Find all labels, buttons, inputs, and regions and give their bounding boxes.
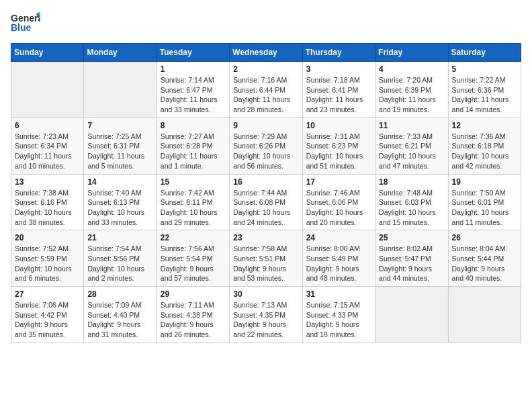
calendar-week-row: 20Sunrise: 7:52 AM Sunset: 5:59 PM Dayli… [11, 230, 521, 287]
day-detail: Sunrise: 7:15 AM Sunset: 4:33 PM Dayligh… [306, 300, 371, 340]
calendar-cell: 9Sunrise: 7:29 AM Sunset: 6:26 PM Daylig… [230, 118, 302, 174]
day-number: 28 [87, 289, 152, 299]
calendar-cell: 27Sunrise: 7:06 AM Sunset: 4:42 PM Dayli… [11, 287, 84, 343]
calendar-cell: 2Sunrise: 7:16 AM Sunset: 6:44 PM Daylig… [230, 62, 302, 118]
day-detail: Sunrise: 7:29 AM Sunset: 6:26 PM Dayligh… [233, 132, 298, 171]
day-number: 16 [233, 177, 298, 187]
calendar-week-row: 6Sunrise: 7:23 AM Sunset: 6:34 PM Daylig… [11, 118, 521, 174]
calendar-cell [375, 287, 448, 343]
page-header: General Blue [11, 11, 521, 35]
day-number: 23 [233, 233, 298, 242]
weekday-header-sunday: Sunday [11, 44, 84, 62]
weekday-header-friday: Friday [375, 44, 448, 62]
day-number: 14 [87, 177, 152, 187]
calendar-cell: 23Sunrise: 7:58 AM Sunset: 5:51 PM Dayli… [230, 230, 302, 287]
calendar-cell: 3Sunrise: 7:18 AM Sunset: 6:41 PM Daylig… [302, 62, 375, 118]
day-number: 2 [233, 64, 298, 74]
calendar-cell: 10Sunrise: 7:31 AM Sunset: 6:23 PM Dayli… [302, 118, 375, 174]
calendar-cell: 26Sunrise: 8:04 AM Sunset: 5:44 PM Dayli… [448, 230, 521, 287]
day-detail: Sunrise: 7:42 AM Sunset: 6:11 PM Dayligh… [161, 188, 226, 228]
calendar-table: SundayMondayTuesdayWednesdayThursdayFrid… [11, 43, 521, 343]
day-detail: Sunrise: 7:48 AM Sunset: 6:03 PM Dayligh… [379, 188, 444, 228]
calendar-cell: 29Sunrise: 7:11 AM Sunset: 4:38 PM Dayli… [157, 287, 229, 343]
day-number: 5 [452, 64, 517, 74]
svg-text:Blue: Blue [11, 22, 32, 33]
calendar-cell: 6Sunrise: 7:23 AM Sunset: 6:34 PM Daylig… [11, 118, 84, 174]
calendar-cell: 21Sunrise: 7:54 AM Sunset: 5:56 PM Dayli… [84, 230, 157, 287]
calendar-week-row: 13Sunrise: 7:38 AM Sunset: 6:16 PM Dayli… [11, 174, 521, 230]
calendar-cell: 7Sunrise: 7:25 AM Sunset: 6:31 PM Daylig… [84, 118, 157, 174]
day-number: 31 [306, 289, 371, 299]
day-number: 3 [306, 64, 371, 74]
day-number: 25 [379, 233, 444, 242]
weekday-header-saturday: Saturday [448, 44, 521, 62]
calendar-cell: 24Sunrise: 8:00 AM Sunset: 5:49 PM Dayli… [302, 230, 375, 287]
calendar-cell: 25Sunrise: 8:02 AM Sunset: 5:47 PM Dayli… [375, 230, 448, 287]
day-detail: Sunrise: 7:56 AM Sunset: 5:54 PM Dayligh… [161, 244, 226, 283]
logo: General Blue [11, 11, 43, 35]
day-number: 10 [306, 121, 371, 130]
calendar-cell: 5Sunrise: 7:22 AM Sunset: 6:36 PM Daylig… [448, 62, 521, 118]
day-number: 6 [15, 121, 80, 130]
weekday-header-monday: Monday [84, 44, 157, 62]
calendar-cell: 13Sunrise: 7:38 AM Sunset: 6:16 PM Dayli… [11, 174, 84, 230]
day-number: 15 [161, 177, 226, 187]
calendar-cell: 14Sunrise: 7:40 AM Sunset: 6:13 PM Dayli… [84, 174, 157, 230]
day-detail: Sunrise: 7:38 AM Sunset: 6:16 PM Dayligh… [15, 188, 80, 228]
day-detail: Sunrise: 7:20 AM Sunset: 6:39 PM Dayligh… [379, 75, 444, 115]
day-number: 20 [15, 233, 80, 242]
weekday-header-tuesday: Tuesday [157, 44, 229, 62]
day-number: 9 [233, 121, 298, 130]
calendar-cell: 18Sunrise: 7:48 AM Sunset: 6:03 PM Dayli… [375, 174, 448, 230]
calendar-cell: 1Sunrise: 7:14 AM Sunset: 6:47 PM Daylig… [157, 62, 229, 118]
weekday-header-thursday: Thursday [302, 44, 375, 62]
calendar-cell: 4Sunrise: 7:20 AM Sunset: 6:39 PM Daylig… [375, 62, 448, 118]
day-detail: Sunrise: 7:23 AM Sunset: 6:34 PM Dayligh… [15, 132, 80, 171]
calendar-cell: 28Sunrise: 7:09 AM Sunset: 4:40 PM Dayli… [84, 287, 157, 343]
logo-icon: General Blue [11, 11, 40, 35]
calendar-cell: 22Sunrise: 7:56 AM Sunset: 5:54 PM Dayli… [157, 230, 229, 287]
day-detail: Sunrise: 7:46 AM Sunset: 6:06 PM Dayligh… [306, 188, 371, 228]
day-number: 30 [233, 289, 298, 299]
day-detail: Sunrise: 7:22 AM Sunset: 6:36 PM Dayligh… [452, 75, 517, 115]
day-detail: Sunrise: 7:06 AM Sunset: 4:42 PM Dayligh… [15, 300, 80, 340]
day-detail: Sunrise: 7:14 AM Sunset: 6:47 PM Dayligh… [161, 75, 226, 115]
calendar-cell [11, 62, 84, 118]
calendar-cell [84, 62, 157, 118]
day-detail: Sunrise: 7:54 AM Sunset: 5:56 PM Dayligh… [87, 244, 152, 283]
calendar-cell: 30Sunrise: 7:13 AM Sunset: 4:35 PM Dayli… [230, 287, 302, 343]
day-number: 12 [452, 121, 517, 130]
day-detail: Sunrise: 7:11 AM Sunset: 4:38 PM Dayligh… [161, 300, 226, 340]
day-number: 19 [452, 177, 517, 187]
day-number: 29 [161, 289, 226, 299]
day-number: 17 [306, 177, 371, 187]
day-detail: Sunrise: 7:09 AM Sunset: 4:40 PM Dayligh… [87, 300, 152, 340]
day-detail: Sunrise: 7:27 AM Sunset: 6:28 PM Dayligh… [161, 132, 226, 171]
day-detail: Sunrise: 8:02 AM Sunset: 5:47 PM Dayligh… [379, 244, 444, 283]
calendar-week-row: 27Sunrise: 7:06 AM Sunset: 4:42 PM Dayli… [11, 287, 521, 343]
day-detail: Sunrise: 7:33 AM Sunset: 6:21 PM Dayligh… [379, 132, 444, 171]
day-number: 18 [379, 177, 444, 187]
day-number: 7 [87, 121, 152, 130]
calendar-week-row: 1Sunrise: 7:14 AM Sunset: 6:47 PM Daylig… [11, 62, 521, 118]
day-number: 11 [379, 121, 444, 130]
day-detail: Sunrise: 7:16 AM Sunset: 6:44 PM Dayligh… [233, 75, 298, 115]
day-detail: Sunrise: 7:18 AM Sunset: 6:41 PM Dayligh… [306, 75, 371, 115]
day-number: 27 [15, 289, 80, 299]
day-detail: Sunrise: 7:25 AM Sunset: 6:31 PM Dayligh… [87, 132, 152, 171]
calendar-cell [448, 287, 521, 343]
calendar-cell: 8Sunrise: 7:27 AM Sunset: 6:28 PM Daylig… [157, 118, 229, 174]
day-detail: Sunrise: 7:40 AM Sunset: 6:13 PM Dayligh… [87, 188, 152, 228]
day-number: 21 [87, 233, 152, 242]
day-number: 8 [161, 121, 226, 130]
weekday-header-wednesday: Wednesday [230, 44, 302, 62]
day-detail: Sunrise: 7:58 AM Sunset: 5:51 PM Dayligh… [233, 244, 298, 283]
calendar-cell: 15Sunrise: 7:42 AM Sunset: 6:11 PM Dayli… [157, 174, 229, 230]
day-number: 26 [452, 233, 517, 242]
day-detail: Sunrise: 8:04 AM Sunset: 5:44 PM Dayligh… [452, 244, 517, 283]
day-detail: Sunrise: 7:44 AM Sunset: 6:08 PM Dayligh… [233, 188, 298, 228]
day-detail: Sunrise: 7:31 AM Sunset: 6:23 PM Dayligh… [306, 132, 371, 171]
day-number: 13 [15, 177, 80, 187]
calendar-cell: 17Sunrise: 7:46 AM Sunset: 6:06 PM Dayli… [302, 174, 375, 230]
day-detail: Sunrise: 7:36 AM Sunset: 6:18 PM Dayligh… [452, 132, 517, 171]
